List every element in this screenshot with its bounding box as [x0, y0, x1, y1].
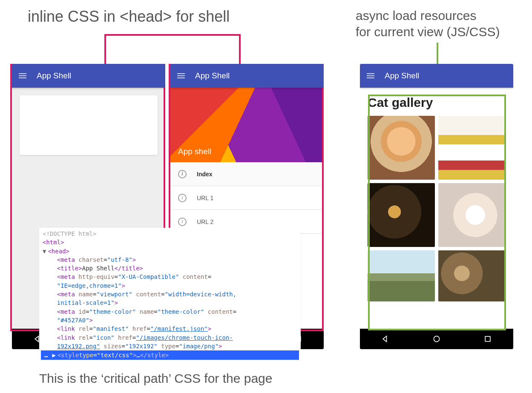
green-highlight: [368, 95, 506, 330]
appbar-title: App Shell: [37, 71, 71, 80]
label-critical-path: This is the ‘critical path’ CSS for the …: [39, 371, 272, 386]
appbar-title: App Shell: [195, 71, 230, 80]
code-line: <html>: [41, 238, 299, 247]
appbar: App Shell: [170, 64, 324, 88]
nav-back-icon[interactable]: [381, 335, 390, 343]
code-line: "IE=edge,chrome=1">: [41, 281, 299, 290]
hamburger-icon[interactable]: [367, 73, 374, 78]
code-line: <title>App Shell</title>: [41, 264, 299, 273]
pink-connector-left: [104, 34, 106, 64]
code-line: <!DOCTYPE html>: [41, 229, 299, 238]
code-line: <meta id="theme-color" name="theme-color…: [41, 307, 299, 316]
nav-home-icon[interactable]: [432, 335, 441, 343]
label-inline-css: inline CSS in <head> for shell: [28, 8, 230, 26]
hamburger-icon[interactable]: [19, 73, 26, 78]
pink-connector-right: [239, 34, 241, 64]
appbar-title: App Shell: [385, 71, 419, 80]
code-line: <link rel="icon" href="/images/chrome-to…: [41, 333, 299, 342]
svg-point-4: [434, 336, 439, 341]
hamburger-icon[interactable]: [177, 73, 185, 78]
label-async-line1: async load resources: [356, 9, 476, 23]
code-line: ▼<head>: [41, 247, 299, 255]
android-navbar: [360, 329, 513, 349]
code-line: <link rel="manifest" href="/manifest.jso…: [41, 324, 299, 333]
code-line: <meta http-equiv="X-UA-Compatible" conte…: [41, 273, 299, 281]
appbar: App Shell: [360, 64, 513, 88]
pink-connector-horizontal: [104, 34, 241, 36]
label-async-load: async load resources for current view (J…: [356, 8, 500, 40]
devtools-code-overlay: <!DOCTYPE html> <html> ▼<head> <meta cha…: [39, 228, 301, 360]
code-line-selected[interactable]: …▶<style type="text/css">…</style>: [41, 350, 299, 360]
code-line: <meta name="viewport" content="width=dev…: [41, 290, 299, 298]
code-line: <meta charset="utf-8">: [41, 255, 299, 264]
label-async-line2: for current view (JS/CSS): [356, 25, 500, 39]
code-line: initial-scale=1">: [41, 298, 299, 307]
appbar: App Shell: [12, 64, 165, 88]
svg-rect-5: [485, 336, 490, 341]
code-line: 192x192.png" sizes="192x192" type="image…: [41, 342, 299, 350]
code-line: "#4527A0">: [41, 316, 299, 324]
nav-recent-icon[interactable]: [483, 335, 492, 343]
